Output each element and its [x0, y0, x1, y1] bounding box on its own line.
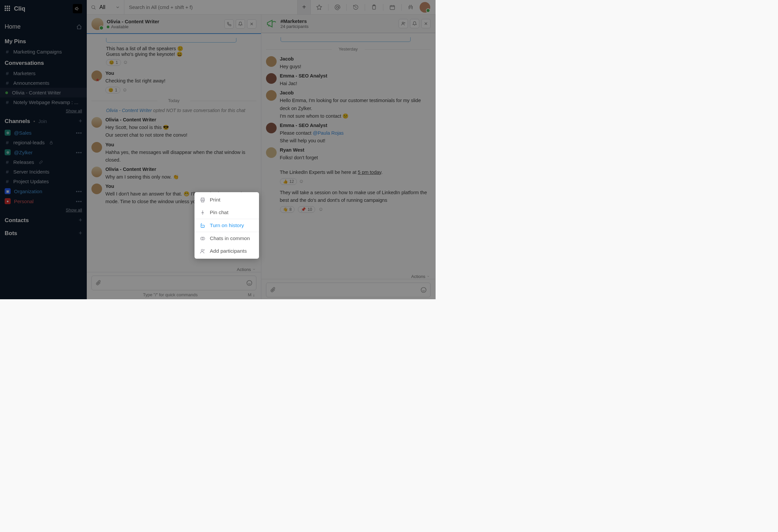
ctx-label: Turn on history	[210, 222, 244, 228]
close-button[interactable]	[247, 19, 256, 28]
add-bot-icon[interactable]: +	[78, 230, 82, 237]
svg-point-5	[247, 281, 252, 286]
ctx-common[interactable]: Chats in common	[194, 232, 259, 245]
channel-item[interactable]: #Project Updates	[0, 176, 87, 186]
actions-dropdown[interactable]: Actions	[87, 266, 261, 272]
notifications-button[interactable]	[236, 19, 245, 28]
avatar[interactable]	[91, 18, 103, 30]
attach-icon[interactable]	[95, 280, 101, 286]
notifications-button[interactable]	[410, 19, 419, 28]
compose-hint: Type "/" for quick commands	[143, 292, 198, 297]
message-text: Please contact @Paula Rojas	[280, 129, 431, 137]
reaction[interactable]: 👍 12	[280, 178, 297, 185]
actions-dropdown[interactable]: Actions	[261, 273, 436, 279]
add-channel-icon[interactable]: +	[78, 118, 82, 125]
message-author: Ryan West	[280, 147, 431, 153]
compose-mode[interactable]: M ↓	[248, 292, 255, 297]
avatar	[266, 90, 277, 101]
message-author: You	[105, 71, 256, 76]
reaction[interactable]: 👋 8	[280, 206, 295, 213]
ctx-print[interactable]: Print	[194, 194, 259, 206]
hash-icon: #	[5, 71, 10, 76]
reaction[interactable]: 😊1	[105, 87, 121, 93]
ctx-label: Pin chat	[210, 210, 228, 216]
add-contact-icon[interactable]: +	[78, 217, 82, 224]
sidebar: Cliq Home My Pins #Marketing Campaigns C…	[0, 0, 87, 299]
mention[interactable]: @Paula Rojas	[313, 130, 344, 136]
message-text: Checking the list right away!	[105, 77, 256, 85]
add-reaction-icon[interactable]: ☺	[318, 206, 323, 212]
ctx-add[interactable]: Add participants	[194, 245, 259, 257]
message-input[interactable]	[91, 276, 256, 290]
show-all-link[interactable]: Show all	[0, 206, 87, 214]
clipboard-icon[interactable]	[371, 4, 377, 10]
channel-item[interactable]: #regional-leads	[0, 138, 87, 147]
convo-item-active[interactable]: Olivia - Content Writer	[0, 88, 87, 97]
add-participant-button[interactable]	[399, 19, 408, 28]
add-reaction-icon[interactable]: ☺	[122, 87, 127, 92]
show-all-link[interactable]: Show all	[0, 107, 87, 115]
topbar: All Search in All (cmd + shift + f) +	[87, 0, 436, 15]
mentions-icon[interactable]	[334, 4, 340, 10]
star-icon[interactable]	[316, 4, 322, 10]
app-launcher-icon[interactable]	[5, 6, 11, 12]
emoji-icon[interactable]	[420, 287, 427, 293]
ctx-label: Chats in common	[210, 235, 250, 241]
avatar	[266, 73, 277, 84]
message-input[interactable]	[266, 283, 431, 297]
bots-header-row[interactable]: Bots+	[0, 227, 87, 240]
reaction[interactable]: 😊 1	[106, 59, 121, 66]
profile-avatar[interactable]	[419, 2, 430, 13]
message-author: Olivia - Content Writer	[105, 117, 256, 122]
channel-badge-icon: ⊕	[5, 149, 11, 155]
add-reaction-icon[interactable]: ☺	[299, 178, 304, 184]
channel-label: @Zylker	[14, 150, 32, 155]
channel-item[interactable]: #Server Incidents	[0, 167, 87, 176]
menu-icon[interactable]: •••	[76, 150, 82, 155]
message-text: Folks! don't forget	[280, 154, 431, 162]
mute-icon[interactable]	[73, 4, 82, 13]
hash-icon: #	[5, 80, 10, 86]
channel-item[interactable]: #Releases	[0, 157, 87, 167]
call-button[interactable]	[224, 19, 234, 28]
convo-item[interactable]: #Announcements	[0, 78, 87, 88]
history-icon[interactable]	[353, 4, 359, 10]
channel-badge-icon: ▣	[5, 188, 11, 194]
convo-item[interactable]: #Marketers	[0, 69, 87, 78]
channel-item[interactable]: ▣Organization•••	[0, 186, 87, 196]
message-text: This has a list of all the speakers 🙂	[106, 46, 256, 52]
menu-icon[interactable]: •••	[76, 188, 82, 194]
menu-icon[interactable]: •••	[76, 130, 82, 136]
ctx-history[interactable]: Turn on history	[194, 219, 259, 232]
presence-dot	[107, 25, 109, 28]
contacts-header-row[interactable]: Contacts+	[0, 214, 87, 227]
new-chat-button[interactable]: +	[298, 0, 311, 14]
print-icon	[200, 197, 206, 203]
ctx-pin[interactable]: Pin chat	[194, 206, 259, 219]
nav-home[interactable]: Home	[0, 17, 87, 35]
message-text: I'm not sure whom to contact 😕	[280, 112, 431, 120]
plugin-icon[interactable]	[408, 4, 413, 10]
attachment-preview[interactable]	[281, 37, 411, 42]
search-input[interactable]: Search in All (cmd + shift + f)	[124, 0, 298, 14]
channel-item[interactable]: ●Personal•••	[0, 196, 87, 206]
avatar	[91, 142, 102, 153]
pin-item[interactable]: #Marketing Campaigns	[0, 47, 87, 57]
attachment-preview[interactable]	[106, 38, 236, 43]
attach-icon[interactable]	[269, 287, 276, 293]
reaction[interactable]: 📌 10	[298, 206, 315, 213]
channel-item[interactable]: ⊕@Sales•••	[0, 128, 87, 138]
join-link[interactable]: Join	[38, 119, 47, 124]
message-author: You	[105, 183, 256, 189]
search-scope[interactable]: All	[87, 0, 124, 14]
scope-label: All	[99, 4, 105, 10]
menu-icon[interactable]: •••	[76, 199, 82, 204]
convo-item[interactable]: #Notely Webpage Revamp : ...	[0, 97, 87, 107]
emoji-icon[interactable]	[246, 280, 253, 286]
close-button[interactable]	[421, 19, 431, 28]
bots-header: Bots	[5, 230, 17, 237]
add-reaction-icon[interactable]: ☺	[123, 59, 128, 65]
svg-rect-4	[390, 5, 395, 9]
calendar-icon[interactable]	[389, 4, 395, 10]
channel-item[interactable]: ⊕@Zylker•••	[0, 147, 87, 157]
